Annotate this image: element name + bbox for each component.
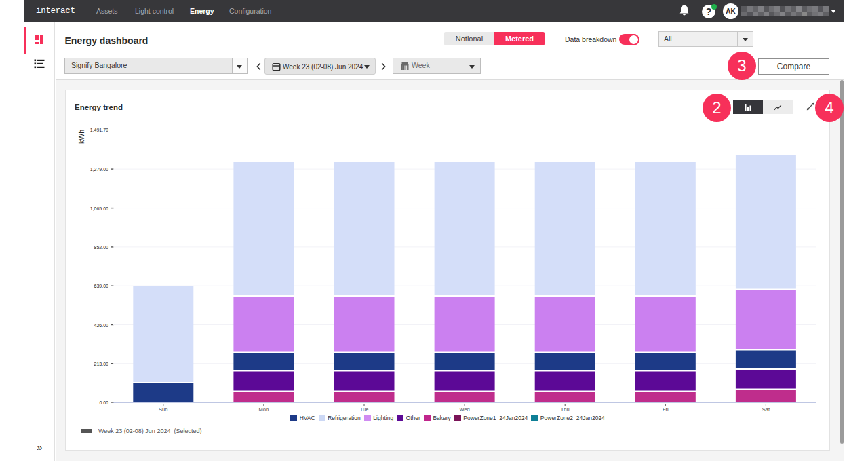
svg-text:Mon: Mon xyxy=(259,406,269,413)
svg-text:0.00: 0.00 xyxy=(99,400,108,405)
svg-text:Wed: Wed xyxy=(459,406,469,413)
svg-text:213.00: 213.00 xyxy=(94,362,109,366)
svg-text:426.00: 426.00 xyxy=(94,323,109,328)
svg-text:1,491.70: 1,491.70 xyxy=(90,128,108,132)
svg-text:Fri: Fri xyxy=(663,406,669,413)
svg-text:1,279.00: 1,279.00 xyxy=(90,167,108,172)
svg-text:639.00: 639.00 xyxy=(94,284,109,288)
svg-text:1,065.00: 1,065.00 xyxy=(90,206,108,211)
svg-text:Tue: Tue xyxy=(360,406,369,413)
svg-text:kWh: kWh xyxy=(77,130,85,144)
svg-text:Sun: Sun xyxy=(159,406,167,413)
svg-text:Thu: Thu xyxy=(561,406,570,413)
svg-text:852.00: 852.00 xyxy=(94,245,109,250)
svg-text:Sat: Sat xyxy=(762,406,770,413)
